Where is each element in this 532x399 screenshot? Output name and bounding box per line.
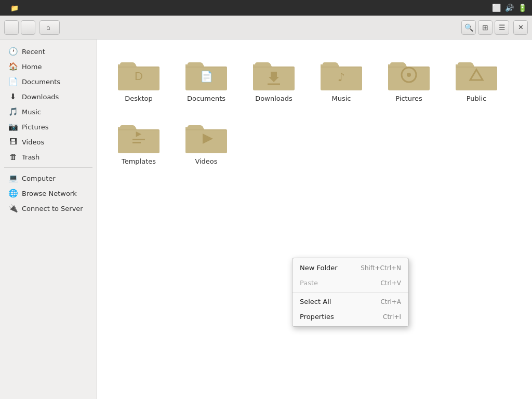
- folder-icon-videos: [185, 118, 227, 154]
- battery-icon[interactable]: 🔋: [518, 4, 527, 12]
- sidebar-item-downloads[interactable]: ⬇Downloads: [2, 89, 95, 104]
- folder-icon-templates: ▶: [118, 118, 159, 154]
- ctx-shortcut-properties: Ctrl+I: [383, 313, 401, 321]
- list-icon: ☰: [499, 23, 506, 32]
- toolbar: ⌂ 🔍 ⊞ ☰ ✕: [0, 16, 532, 39]
- sidebar-label-connect-server: Connect to Server: [22, 205, 83, 212]
- sidebar-item-videos[interactable]: 🎞Videos: [2, 135, 95, 149]
- sidebar-icon-videos: 🎞: [8, 137, 18, 147]
- svg-rect-12: [388, 66, 430, 90]
- sidebar-icon-computer: 💻: [8, 174, 18, 183]
- folder-label-public: Public: [467, 95, 486, 102]
- window-icon[interactable]: ⬜: [492, 4, 501, 12]
- file-item-pictures[interactable]: Pictures: [378, 50, 440, 108]
- sidebar-icon-documents: 📄: [8, 77, 18, 86]
- sidebar-item-computer[interactable]: 💻Computer: [2, 171, 95, 185]
- folder-icon-documents: 📄: [185, 55, 227, 91]
- sidebar-item-pictures[interactable]: 📷Pictures: [2, 119, 95, 134]
- svg-text:D: D: [135, 70, 143, 83]
- home-button[interactable]: ⌂: [39, 20, 60, 35]
- close-button[interactable]: ✕: [513, 20, 528, 35]
- topbar: 📁 ⬜ 🔊 🔋: [0, 0, 532, 16]
- sidebar-item-trash[interactable]: 🗑Trash: [2, 150, 95, 164]
- files-app-icon: 📁: [10, 4, 19, 12]
- sidebar-label-documents: Documents: [22, 78, 60, 86]
- volume-icon[interactable]: 🔊: [505, 4, 514, 12]
- folder-label-documents: Documents: [187, 95, 225, 102]
- ctx-label-new-folder: New Folder: [300, 264, 338, 272]
- list-view-button[interactable]: ☰: [495, 20, 509, 35]
- grid-view-button[interactable]: ⊞: [478, 20, 493, 35]
- sidebar-icon-browse-network: 🌐: [8, 189, 18, 198]
- file-item-public[interactable]: Public: [445, 50, 508, 108]
- ctx-shortcut-new-folder: Shift+Ctrl+N: [361, 264, 401, 272]
- svg-text:▶: ▶: [136, 129, 142, 138]
- ctx-label-select-all: Select All: [300, 298, 331, 305]
- sidebar-icon-recent: 🕐: [8, 47, 18, 56]
- sidebar-icon-pictures: 📷: [8, 122, 18, 131]
- sidebar: 🕐Recent🏠Home📄Documents⬇Downloads🎵Music📷P…: [0, 39, 97, 399]
- file-item-music[interactable]: ♪ Music: [310, 50, 373, 108]
- search-icon: 🔍: [464, 23, 473, 32]
- sidebar-item-connect-server[interactable]: 🔌Connect to Server: [2, 201, 95, 216]
- file-item-desktop[interactable]: D Desktop: [108, 50, 170, 108]
- sidebar-icon-trash: 🗑: [8, 152, 18, 162]
- ctx-label-paste: Paste: [300, 279, 318, 287]
- content-area: 🕐Recent🏠Home📄Documents⬇Downloads🎵Music📷P…: [0, 39, 532, 399]
- folder-icon-music: ♪: [321, 55, 362, 91]
- folder-icon-desktop: D: [118, 55, 159, 91]
- sidebar-label-browse-network: Browse Network: [22, 190, 77, 197]
- file-item-videos[interactable]: Videos: [175, 113, 237, 170]
- folder-label-music: Music: [332, 95, 351, 102]
- folder-icon-pictures: [388, 55, 430, 91]
- ctx-label-properties: Properties: [300, 313, 334, 321]
- sidebar-label-downloads: Downloads: [22, 93, 59, 101]
- folder-icon-downloads: [253, 55, 295, 91]
- sidebar-item-documents[interactable]: 📄Documents: [2, 74, 95, 89]
- grid-icon: ⊞: [482, 23, 488, 32]
- file-grid: D Desktop 📄 Documents Downloads: [108, 50, 522, 170]
- topbar-right: ⬜ 🔊 🔋: [492, 4, 527, 12]
- sidebar-icon-downloads: ⬇: [8, 92, 18, 101]
- sidebar-label-videos: Videos: [22, 138, 44, 146]
- close-icon: ✕: [518, 23, 524, 31]
- ctx-item-select-all[interactable]: Select AllCtrl+A: [292, 294, 408, 309]
- ctx-separator: [292, 292, 408, 292]
- sidebar-label-music: Music: [22, 108, 41, 116]
- files-menu[interactable]: 📁: [10, 4, 24, 12]
- back-button[interactable]: [4, 20, 19, 35]
- forward-button[interactable]: [21, 20, 35, 35]
- sidebar-divider: [4, 167, 92, 168]
- ctx-shortcut-paste: Ctrl+V: [380, 280, 401, 287]
- ctx-item-properties[interactable]: PropertiesCtrl+I: [292, 309, 408, 324]
- sidebar-item-music[interactable]: 🎵Music: [2, 104, 95, 119]
- home-icon: ⌂: [46, 23, 50, 31]
- folder-label-templates: Templates: [122, 157, 156, 165]
- folder-label-desktop: Desktop: [125, 95, 153, 102]
- sidebar-item-recent[interactable]: 🕐Recent: [2, 44, 95, 59]
- svg-rect-21: [132, 139, 145, 140]
- sidebar-item-home[interactable]: 🏠Home: [2, 59, 95, 74]
- sidebar-label-pictures: Pictures: [22, 123, 48, 131]
- file-item-templates[interactable]: ▶ Templates: [108, 113, 170, 170]
- ctx-item-paste: PasteCtrl+V: [292, 275, 408, 290]
- file-area[interactable]: D Desktop 📄 Documents Downloads: [97, 39, 532, 399]
- svg-text:📄: 📄: [200, 70, 213, 83]
- sidebar-label-computer: Computer: [22, 175, 56, 182]
- search-button[interactable]: 🔍: [461, 20, 476, 35]
- file-item-downloads[interactable]: Downloads: [243, 50, 305, 108]
- sidebar-item-browse-network[interactable]: 🌐Browse Network: [2, 186, 95, 201]
- ctx-item-new-folder[interactable]: New FolderShift+Ctrl+N: [292, 260, 408, 275]
- svg-rect-22: [132, 142, 141, 143]
- svg-text:♪: ♪: [338, 71, 345, 84]
- context-menu: New FolderShift+Ctrl+NPasteCtrl+VSelect …: [292, 258, 409, 327]
- sidebar-label-home: Home: [22, 63, 42, 71]
- main-window: ⌂ 🔍 ⊞ ☰ ✕ 🕐Recent🏠Home📄Documents⬇Downloa…: [0, 16, 532, 399]
- folder-label-pictures: Pictures: [395, 95, 422, 102]
- sidebar-label-recent: Recent: [22, 48, 45, 56]
- sidebar-icon-connect-server: 🔌: [8, 204, 18, 213]
- file-item-documents[interactable]: 📄 Documents: [175, 50, 237, 108]
- sidebar-icon-home: 🏠: [8, 62, 18, 71]
- folder-label-videos: Videos: [195, 157, 217, 165]
- sidebar-icon-music: 🎵: [8, 107, 18, 116]
